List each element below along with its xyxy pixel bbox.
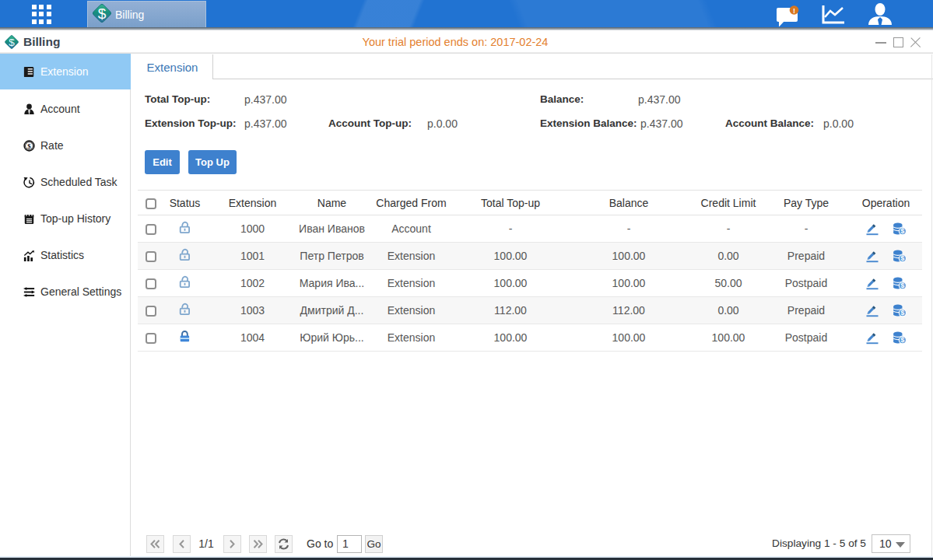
svg-text:$: $ <box>98 5 107 22</box>
svg-text:$: $ <box>27 142 31 150</box>
svg-text:$: $ <box>901 227 905 235</box>
svg-text:!: ! <box>793 7 795 15</box>
svg-text:$: $ <box>901 254 905 262</box>
svg-text:$: $ <box>901 309 905 317</box>
svg-text:$: $ <box>901 336 905 344</box>
svg-text:$: $ <box>901 282 905 289</box>
